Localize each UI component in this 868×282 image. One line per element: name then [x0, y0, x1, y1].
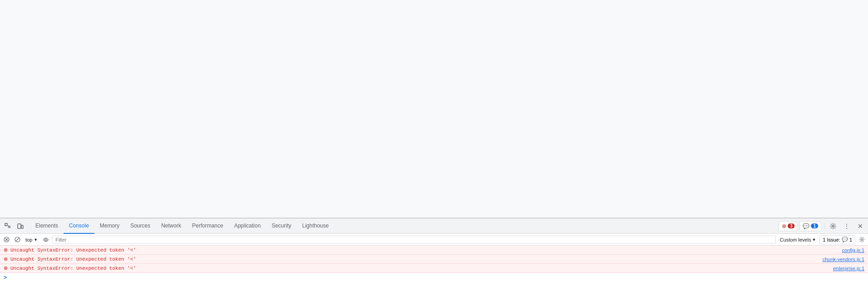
settings-icon[interactable] [827, 220, 839, 232]
tab-performance[interactable]: Performance [186, 218, 229, 234]
error-text-2: Uncaught SyntaxError: Unexpected token '… [10, 257, 823, 262]
error-text-3: Uncaught SyntaxError: Unexpected token '… [10, 266, 833, 271]
context-label: top [25, 237, 32, 242]
warn-badge-button[interactable]: 💬 1 [800, 221, 821, 231]
context-selector[interactable]: top ▼ [24, 237, 39, 243]
svg-point-7 [45, 239, 47, 241]
block-icon[interactable] [13, 235, 22, 244]
issue-badge-button[interactable]: 1 Issue: 💬 1 [819, 235, 855, 244]
console-error-row-1: ⊗ Uncaught SyntaxError: Unexpected token… [0, 246, 868, 255]
toolbar-right: Custom levels ▼ 1 Issue: 💬 1 [778, 235, 866, 244]
error-file-link-1[interactable]: config.js:1 [842, 247, 864, 253]
console-toolbar: top ▼ Custom levels ▼ 1 Issue: 💬 1 [0, 234, 868, 246]
error-icon-3: ⊗ [4, 265, 8, 271]
console-error-row-2: ⊗ Uncaught SyntaxError: Unexpected token… [0, 255, 868, 264]
error-count: 3 [788, 223, 795, 228]
tab-console[interactable]: Console [63, 218, 94, 234]
tab-lighthouse[interactable]: Lighthouse [297, 218, 334, 234]
inspect-icon[interactable] [2, 220, 14, 232]
svg-point-8 [861, 239, 863, 241]
browser-content [0, 0, 868, 218]
tab-bar-left-icons [2, 220, 30, 232]
tab-memory[interactable]: Memory [94, 218, 125, 234]
issue-label: 1 Issue: [823, 237, 840, 242]
tab-elements[interactable]: Elements [30, 218, 63, 234]
error-file-link-3[interactable]: enterprise.js:1 [833, 266, 864, 271]
device-toggle-icon[interactable] [15, 220, 26, 232]
custom-levels-button[interactable]: Custom levels ▼ [778, 237, 818, 243]
error-badge-button[interactable]: ⊗ 3 [779, 221, 798, 231]
svg-rect-0 [5, 223, 7, 226]
separator [824, 223, 824, 229]
error-file-link-2[interactable]: chunk-vendors.js:1 [823, 257, 864, 262]
context-dropdown-icon: ▼ [34, 237, 38, 242]
console-settings-icon[interactable] [857, 235, 866, 244]
tab-application[interactable]: Application [229, 218, 266, 234]
issue-count: 1 [849, 237, 852, 242]
custom-levels-dropdown-icon: ▼ [812, 237, 816, 242]
clear-console-icon[interactable] [2, 235, 11, 244]
custom-levels-label: Custom levels [780, 237, 811, 242]
prompt-symbol: > [4, 274, 7, 281]
tab-bar-right: ⊗ 3 💬 1 ⋮ ✕ [779, 220, 866, 232]
close-devtools-icon[interactable]: ✕ [854, 220, 866, 232]
svg-rect-1 [18, 224, 21, 228]
tab-network[interactable]: Network [156, 218, 186, 234]
error-icon-2: ⊗ [4, 256, 8, 262]
filter-input[interactable] [52, 236, 776, 244]
tab-sources[interactable]: Sources [125, 218, 156, 234]
error-text-1: Uncaught SyntaxError: Unexpected token '… [10, 247, 842, 253]
warn-count: 1 [811, 223, 818, 228]
error-icon-1: ⊗ [4, 247, 8, 253]
devtools-panel: Elements Console Memory Sources Network … [0, 218, 868, 282]
console-prompt-row[interactable]: > [0, 273, 868, 282]
console-output: ⊗ Uncaught SyntaxError: Unexpected token… [0, 246, 868, 282]
more-options-icon[interactable]: ⋮ [841, 220, 853, 232]
svg-point-3 [832, 225, 834, 227]
issue-icon: 💬 [842, 237, 848, 242]
tab-security[interactable]: Security [266, 218, 297, 234]
tabs-container: Elements Console Memory Sources Network … [30, 218, 779, 234]
console-error-row-3: ⊗ Uncaught SyntaxError: Unexpected token… [0, 264, 868, 273]
svg-rect-2 [21, 225, 23, 228]
svg-line-6 [15, 238, 19, 242]
live-expressions-icon[interactable] [41, 235, 50, 244]
tab-bar: Elements Console Memory Sources Network … [0, 218, 868, 234]
